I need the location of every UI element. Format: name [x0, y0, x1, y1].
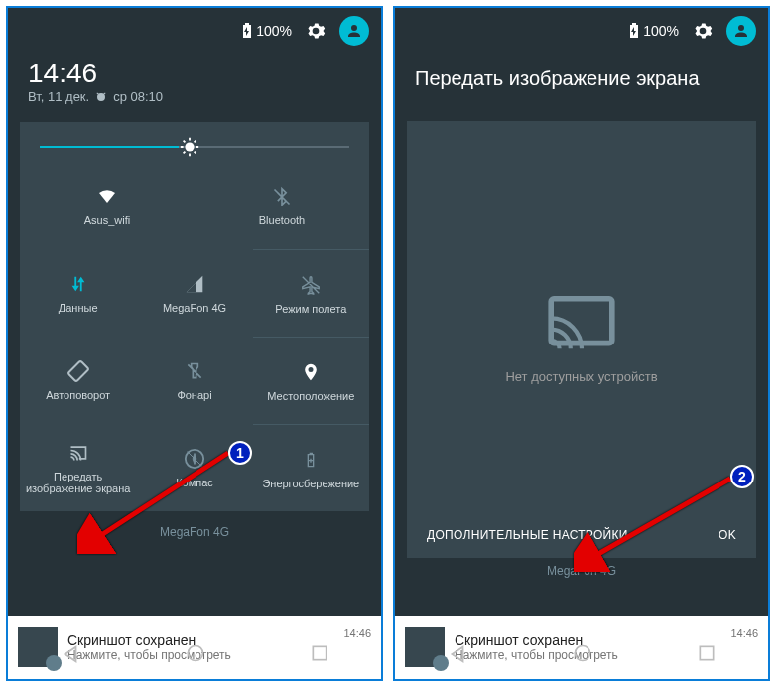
- battery-charging-icon: [242, 23, 252, 39]
- bluetooth-icon: [270, 185, 294, 208]
- svg-point-0: [186, 142, 195, 151]
- notification-sub: Нажмите, чтобы просмотреть: [67, 648, 333, 662]
- qs-airplane[interactable]: Режим полета: [253, 249, 369, 337]
- arrow-2: [574, 473, 740, 576]
- battery-indicator: 100%: [242, 23, 292, 39]
- rotate-icon: [66, 359, 90, 383]
- notification-sub: Нажмите, чтобы просмотреть: [455, 648, 720, 662]
- status-bar: 100%: [8, 8, 381, 54]
- brightness-slider[interactable]: [20, 122, 369, 162]
- profile-avatar[interactable]: [726, 16, 756, 46]
- datetime-block: 14:46 Вт, 11 дек. ср 08:10: [8, 54, 381, 114]
- arrow-1: [77, 445, 236, 558]
- notification-time: 14:46: [343, 627, 371, 639]
- cast-large-icon: [547, 296, 616, 351]
- gear-icon: [693, 21, 713, 41]
- status-bar: 100%: [395, 8, 768, 54]
- gear-icon: [306, 21, 326, 41]
- qs-location[interactable]: Местоположение: [253, 337, 369, 424]
- battery-charging-icon: [629, 23, 639, 39]
- battery-indicator: 100%: [629, 23, 679, 39]
- settings-button[interactable]: [304, 19, 327, 43]
- phone-right: 100% Передать изображение экрана Нет дос…: [393, 6, 770, 681]
- svg-rect-1: [67, 360, 88, 381]
- notification-thumbnail: [405, 627, 445, 667]
- cast-screen-title: Передать изображение экрана: [395, 54, 768, 91]
- qs-row-1: Asus_wifi Bluetooth: [20, 162, 369, 249]
- qs-signal[interactable]: MegaFon 4G: [136, 249, 252, 337]
- settings-button[interactable]: [691, 19, 715, 43]
- qs-data[interactable]: Данные: [20, 249, 136, 337]
- alarm-text: ср 08:10: [113, 89, 163, 104]
- flashlight-icon: [183, 359, 206, 383]
- airplane-icon: [299, 273, 323, 297]
- notification-screenshot[interactable]: Скриншот сохранен Нажмите, чтобы просмот…: [8, 616, 381, 679]
- no-devices-text: Нет доступных устройств: [505, 369, 657, 384]
- qs-wifi[interactable]: Asus_wifi: [20, 162, 195, 249]
- svg-line-5: [95, 453, 228, 539]
- qs-bluetooth[interactable]: Bluetooth: [195, 162, 369, 249]
- qs-row-3: Автоповорот Фонарі Местоположение: [20, 337, 369, 424]
- person-icon: [345, 22, 363, 40]
- qs-row-2: Данные MegaFon 4G Режим полета: [20, 249, 369, 337]
- qs-flashlight[interactable]: Фонарі: [136, 337, 252, 424]
- brightness-icon: [179, 136, 200, 158]
- notification-title: Скриншот сохранен: [67, 632, 333, 648]
- svg-line-9: [591, 479, 730, 558]
- location-icon: [299, 360, 323, 384]
- alarm-icon: [95, 91, 107, 103]
- battery-pct: 100%: [643, 23, 679, 39]
- callout-2: 2: [730, 465, 754, 488]
- person-icon: [732, 22, 750, 40]
- qs-battery-saver[interactable]: Энергосбережение: [253, 424, 369, 511]
- phone-left: 100% 14:46 Вт, 11 дек. ср 08:10: [6, 6, 383, 681]
- notification-screenshot[interactable]: Скриншот сохранен Нажмите, чтобы просмот…: [395, 616, 768, 679]
- notification-time: 14:46: [730, 627, 758, 639]
- qs-autorotate[interactable]: Автоповорот: [20, 337, 136, 424]
- callout-1: 1: [228, 441, 252, 465]
- battery-saver-icon: [299, 448, 323, 472]
- signal-icon: [183, 272, 206, 296]
- battery-pct: 100%: [256, 23, 292, 39]
- date-row: Вт, 11 дек. ср 08:10: [28, 89, 361, 104]
- wifi-icon: [95, 185, 119, 208]
- date-text: Вт, 11 дек.: [28, 89, 89, 104]
- profile-avatar[interactable]: [339, 16, 369, 46]
- clock-time: 14:46: [28, 58, 361, 89]
- data-arrows-icon: [66, 272, 90, 296]
- notification-title: Скриншот сохранен: [455, 632, 720, 648]
- notification-thumbnail: [18, 627, 58, 667]
